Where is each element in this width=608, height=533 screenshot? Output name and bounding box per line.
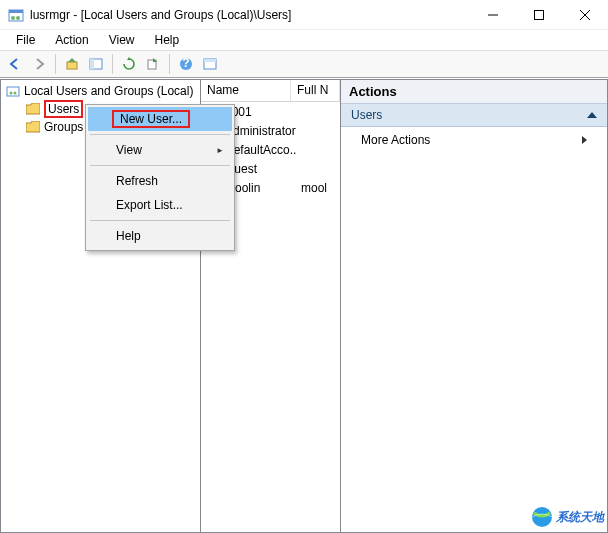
console-icon <box>6 84 20 98</box>
toolbar-separator <box>169 54 170 74</box>
svg-text:?: ? <box>182 57 189 70</box>
menu-help[interactable]: Help <box>147 31 188 49</box>
context-menu-label: Export List... <box>116 198 183 212</box>
collapse-icon <box>587 112 597 118</box>
svg-point-2 <box>11 16 15 20</box>
actions-group[interactable]: Users <box>341 104 607 127</box>
titlebar: lusrmgr - [Local Users and Groups (Local… <box>0 0 608 30</box>
tree-root[interactable]: Local Users and Groups (Local) <box>4 83 197 99</box>
toolbar-separator <box>55 54 56 74</box>
cell-name: Guest <box>225 162 297 176</box>
context-menu-separator <box>90 165 230 166</box>
menu-file[interactable]: File <box>8 31 43 49</box>
context-menu-separator <box>90 134 230 135</box>
cell-full: mool <box>301 181 327 195</box>
svg-rect-1 <box>9 10 23 13</box>
context-menu-separator <box>90 220 230 221</box>
context-menu: New User... View Refresh Export List... … <box>85 104 235 251</box>
up-button[interactable] <box>61 53 83 75</box>
svg-rect-16 <box>7 87 19 96</box>
context-menu-label: View <box>116 143 142 157</box>
context-menu-label: New User... <box>112 110 190 128</box>
folder-icon <box>26 103 40 115</box>
menu-view[interactable]: View <box>101 31 143 49</box>
window-controls <box>470 0 608 29</box>
menu-action[interactable]: Action <box>47 31 96 49</box>
svg-point-17 <box>10 92 13 95</box>
export-button[interactable] <box>142 53 164 75</box>
cell-name: 5001 <box>225 105 297 119</box>
window-title: lusrmgr - [Local Users and Groups (Local… <box>30 8 470 22</box>
column-name[interactable]: Name <box>201 80 291 101</box>
tree-root-label: Local Users and Groups (Local) <box>24 84 193 98</box>
context-menu-export[interactable]: Export List... <box>88 193 232 217</box>
watermark: 系统天地 <box>530 505 604 529</box>
list-header: Name Full N <box>201 80 340 102</box>
svg-point-3 <box>16 16 20 20</box>
maximize-button[interactable] <box>516 0 562 29</box>
actions-header: Actions <box>341 80 607 104</box>
cell-name: Administrator <box>225 124 297 138</box>
actions-item-more[interactable]: More Actions <box>341 127 607 153</box>
svg-point-18 <box>14 92 17 95</box>
globe-icon <box>530 505 554 529</box>
context-menu-refresh[interactable]: Refresh <box>88 169 232 193</box>
toolbar: ? <box>0 50 608 78</box>
actions-item-label: More Actions <box>361 133 430 147</box>
watermark-text: 系统天地 <box>556 509 604 526</box>
cell-name: moolin <box>225 181 297 195</box>
minimize-button[interactable] <box>470 0 516 29</box>
toolbar-separator <box>112 54 113 74</box>
forward-button[interactable] <box>28 53 50 75</box>
context-menu-label: Help <box>116 229 141 243</box>
context-menu-view[interactable]: View <box>88 138 232 162</box>
cell-name: DefaultAcco... <box>225 143 297 157</box>
chevron-right-icon <box>582 136 587 144</box>
svg-rect-5 <box>535 10 544 19</box>
tree-item-label: Groups <box>44 120 83 134</box>
properties-button[interactable] <box>199 53 221 75</box>
context-menu-help[interactable]: Help <box>88 224 232 248</box>
svg-rect-10 <box>90 59 94 69</box>
menubar: File Action View Help <box>0 30 608 50</box>
folder-icon <box>26 121 40 133</box>
actions-pane: Actions Users More Actions <box>340 79 608 533</box>
back-button[interactable] <box>4 53 26 75</box>
help-button[interactable]: ? <box>175 53 197 75</box>
actions-group-label: Users <box>351 108 382 122</box>
tree-item-label: Users <box>44 100 83 118</box>
context-menu-label: Refresh <box>116 174 158 188</box>
show-hide-tree-button[interactable] <box>85 53 107 75</box>
app-icon <box>8 7 24 23</box>
close-button[interactable] <box>562 0 608 29</box>
svg-rect-8 <box>67 62 77 69</box>
column-fullname[interactable]: Full N <box>291 80 340 101</box>
context-menu-new-user[interactable]: New User... <box>88 107 232 131</box>
refresh-button[interactable] <box>118 53 140 75</box>
svg-rect-15 <box>204 59 216 62</box>
